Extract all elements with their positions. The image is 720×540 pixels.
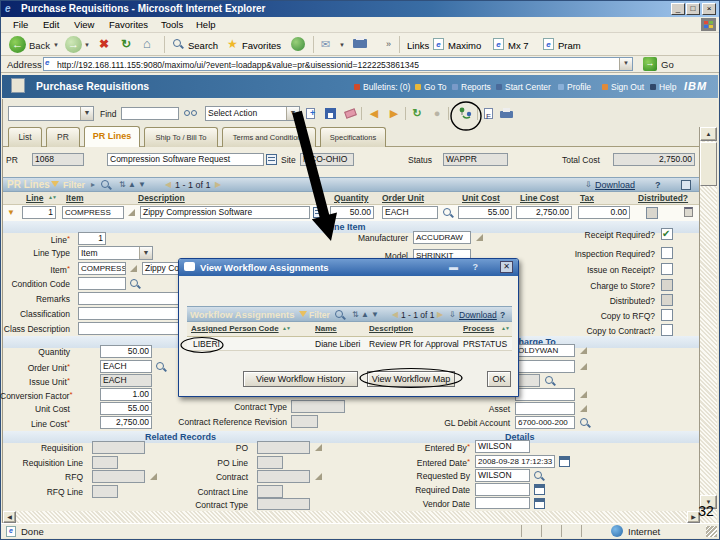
calendar-icon[interactable] — [559, 456, 570, 467]
stop-icon[interactable]: ✖ — [99, 37, 109, 51]
detail-menu-icon[interactable] — [128, 209, 135, 216]
horizontal-scrollbar[interactable] — [3, 511, 700, 523]
requested-by-field[interactable]: WILSON — [475, 469, 530, 482]
printer-icon[interactable] — [499, 106, 515, 122]
required-date-field[interactable] — [475, 483, 530, 496]
address-dropdown-icon[interactable]: ▼ — [619, 58, 632, 70]
quantity-field[interactable]: 50.00 — [100, 345, 152, 358]
detail-menu-icon[interactable] — [476, 234, 483, 241]
help-icon[interactable]: ? — [655, 180, 661, 190]
lookup-icon[interactable] — [580, 418, 591, 429]
col-process[interactable]: Process — [463, 324, 494, 333]
detail-menu-icon[interactable] — [315, 473, 322, 480]
home-icon[interactable]: ⌂ — [143, 36, 151, 51]
dialog-help-icon[interactable]: ? — [473, 262, 479, 272]
lookup-icon[interactable] — [130, 279, 141, 290]
select-action-dropdown[interactable]: Select Action▼ — [205, 106, 300, 121]
manufacturer-field[interactable]: ACCUDRAW — [413, 231, 471, 244]
asset-field[interactable] — [515, 402, 575, 415]
pager-next-icon[interactable]: ▶ — [215, 180, 221, 189]
pr-description-field[interactable]: Compression Software Request — [107, 153, 264, 166]
back-icon[interactable]: ← — [9, 36, 26, 53]
order-unit-field[interactable]: EACH — [100, 360, 152, 373]
vendor-date-field[interactable] — [475, 497, 530, 509]
mail-dropdown-icon[interactable]: ▼ — [339, 42, 345, 48]
nav-goto[interactable]: Go To — [424, 82, 447, 92]
filter-expand-icon[interactable]: ▸ — [91, 180, 95, 189]
line-field[interactable]: 1 — [78, 232, 106, 245]
download-link[interactable]: Download — [595, 180, 635, 190]
col-assigned-person-code[interactable]: Assigned Person Code — [191, 324, 279, 333]
nav-sign-out[interactable]: Sign Out — [611, 82, 644, 92]
detail-menu-icon[interactable] — [130, 265, 137, 272]
delete-row-icon[interactable] — [684, 207, 693, 217]
pager-next-icon[interactable]: ▶ — [437, 310, 443, 319]
workflow-icon[interactable] — [457, 106, 473, 122]
media-icon[interactable] — [291, 37, 305, 51]
gl-debit-account-field[interactable]: 6700-000-200 — [515, 416, 575, 429]
mail-icon[interactable]: ✉ — [321, 38, 330, 51]
find-input[interactable] — [121, 107, 179, 120]
clear-icon[interactable] — [343, 106, 359, 122]
search-icon[interactable] — [173, 39, 184, 50]
charge-to-field-2[interactable] — [515, 360, 575, 373]
tab-pr[interactable]: PR — [46, 127, 80, 147]
row-tax[interactable]: 0.00 — [578, 206, 630, 219]
col-order-unit[interactable]: Order Unit — [382, 193, 424, 203]
dialog-download-link[interactable]: Download — [459, 310, 497, 320]
forward-dropdown-icon[interactable]: ▼ — [84, 42, 90, 48]
scroll-down-icon[interactable]: ▼ — [700, 495, 717, 509]
query-select[interactable]: ▼ — [8, 106, 94, 121]
row-line[interactable]: 1 — [22, 206, 56, 219]
dialog-table-row[interactable]: LIBERI Diane Liberi Review PR for Approv… — [187, 337, 512, 351]
detail-menu-icon[interactable] — [580, 405, 587, 412]
nav-help[interactable]: Help — [659, 82, 676, 92]
inspection-required-checkbox[interactable] — [661, 247, 673, 259]
sort-icon[interactable]: ▲▼ — [48, 194, 56, 200]
row-line-cost[interactable]: 2,750.00 — [516, 206, 572, 219]
conversion-factor-field[interactable]: 1.00 — [100, 388, 152, 401]
col-quantity[interactable]: Quantity — [334, 193, 368, 203]
row-order-unit[interactable]: EACH — [382, 206, 438, 219]
detail-menu-icon[interactable] — [580, 363, 587, 370]
charge-to-field-4[interactable] — [515, 388, 575, 401]
entered-date-field[interactable]: 2008-09-28 17:12:33 — [475, 455, 555, 468]
nav-start-center[interactable]: Start Center — [505, 82, 551, 92]
ok-button[interactable]: OK — [487, 371, 511, 387]
toolbar-overflow-icon[interactable]: » — [386, 39, 391, 49]
lookup-icon[interactable] — [443, 208, 454, 219]
row-quantity[interactable]: 50.00 — [330, 206, 374, 219]
tab-terms[interactable]: Terms and Conditions — [222, 127, 316, 147]
item-field[interactable]: COMPRESS — [78, 262, 126, 275]
row-item[interactable]: COMPRESS — [62, 206, 124, 219]
go-icon[interactable]: → — [643, 57, 657, 71]
tab-specifications[interactable]: Specifications — [320, 127, 386, 147]
filter-search-icon[interactable] — [101, 180, 112, 191]
col-item[interactable]: Item — [66, 193, 83, 203]
col-line[interactable]: Line — [26, 193, 43, 203]
filter-icon[interactable] — [299, 311, 307, 317]
next-row-icon[interactable]: ▶ — [386, 106, 402, 122]
col-line-cost[interactable]: Line Cost — [520, 193, 559, 203]
menu-view[interactable]: View — [74, 19, 94, 30]
dialog-filter-label[interactable]: Filter — [309, 310, 330, 320]
copy-to-contract-checkbox[interactable] — [661, 324, 673, 336]
long-description-icon[interactable] — [313, 207, 324, 218]
close-button[interactable]: × — [702, 3, 716, 15]
grid-icons[interactable]: ⇅ ▲ ▼ — [352, 310, 379, 319]
issue-on-receipt-checkbox[interactable] — [661, 263, 673, 275]
grid-icons[interactable]: ⇅ ▲ ▼ — [119, 180, 146, 189]
pager-prev-icon[interactable]: ◀ — [165, 180, 171, 189]
tab-list[interactable]: List — [8, 127, 42, 147]
long-description-icon[interactable] — [266, 154, 277, 165]
menu-help[interactable]: Help — [196, 19, 216, 30]
collapse-icon[interactable] — [681, 180, 691, 190]
new-record-icon[interactable]: + — [303, 106, 319, 122]
lookup-icon[interactable] — [534, 471, 545, 482]
menu-tools[interactable]: Tools — [161, 19, 183, 30]
detail-menu-icon[interactable] — [580, 391, 587, 398]
maximize-button[interactable]: □ — [686, 3, 700, 15]
refresh-icon[interactable]: ↻ — [121, 37, 131, 51]
pager-prev-icon[interactable]: ◀ — [392, 310, 398, 319]
line-type-select[interactable]: Item▼ — [78, 246, 153, 260]
